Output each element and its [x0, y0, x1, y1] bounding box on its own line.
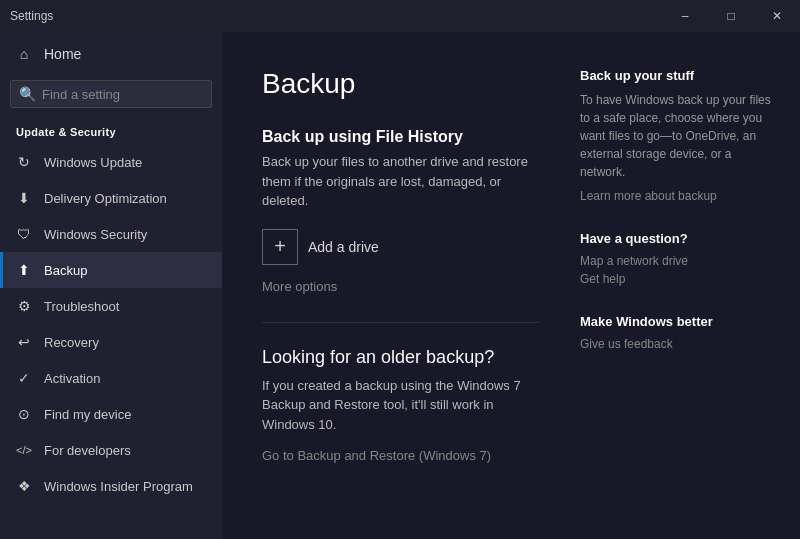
sidebar-item-label: Activation [44, 371, 100, 386]
home-icon: ⌂ [16, 46, 32, 62]
right-panel: Back up your stuff To have Windows back … [580, 32, 800, 539]
for-developers-icon: </> [16, 442, 32, 458]
sidebar-item-for-developers[interactable]: </> For developers [0, 432, 222, 468]
sidebar-item-label: For developers [44, 443, 131, 458]
go-to-backup-link[interactable]: Go to Backup and Restore (Windows 7) [262, 448, 491, 463]
file-history-title: Back up using File History [262, 128, 540, 146]
right-section-1-desc: To have Windows back up your files to a … [580, 91, 776, 181]
close-button[interactable]: ✕ [754, 0, 800, 32]
sidebar-section-label: Update & Security [0, 118, 222, 144]
older-backup-title: Looking for an older backup? [262, 347, 540, 368]
map-network-drive-link[interactable]: Map a network drive [580, 254, 776, 268]
right-section-make-windows-better: Make Windows better Give us feedback [580, 314, 776, 355]
sidebar-item-find-my-device[interactable]: ⊙ Find my device [0, 396, 222, 432]
search-input[interactable] [42, 87, 203, 102]
more-options-link[interactable]: More options [262, 279, 337, 294]
add-drive-label: Add a drive [308, 239, 379, 255]
search-icon: 🔍 [19, 86, 36, 102]
add-drive-button[interactable]: + Add a drive [262, 229, 540, 265]
older-backup-section: Looking for an older backup? If you crea… [262, 322, 540, 465]
sidebar-item-troubleshoot[interactable]: ⚙ Troubleshoot [0, 288, 222, 324]
sidebar-item-windows-security[interactable]: 🛡 Windows Security [0, 216, 222, 252]
troubleshoot-icon: ⚙ [16, 298, 32, 314]
sidebar-home-label: Home [44, 46, 81, 62]
sidebar-item-label: Find my device [44, 407, 131, 422]
right-section-2-title: Have a question? [580, 231, 776, 246]
sidebar-item-delivery-optimization[interactable]: ⬇ Delivery Optimization [0, 180, 222, 216]
older-backup-desc: If you created a backup using the Window… [262, 376, 540, 435]
sidebar-item-label: Windows Security [44, 227, 147, 242]
windows-insider-icon: ❖ [16, 478, 32, 494]
sidebar-item-label: Delivery Optimization [44, 191, 167, 206]
file-history-desc: Back up your files to another drive and … [262, 152, 540, 211]
right-section-1-title: Back up your stuff [580, 68, 776, 83]
sidebar-item-activation[interactable]: ✓ Activation [0, 360, 222, 396]
right-section-3-title: Make Windows better [580, 314, 776, 329]
sidebar-item-label: Windows Update [44, 155, 142, 170]
right-section-back-up-stuff: Back up your stuff To have Windows back … [580, 68, 776, 207]
sidebar-item-windows-update[interactable]: ↻ Windows Update [0, 144, 222, 180]
minimize-button[interactable]: – [662, 0, 708, 32]
windows-update-icon: ↻ [16, 154, 32, 170]
sidebar-search-box[interactable]: 🔍 [10, 80, 212, 108]
sidebar-item-recovery[interactable]: ↩ Recovery [0, 324, 222, 360]
find-my-device-icon: ⊙ [16, 406, 32, 422]
recovery-icon: ↩ [16, 334, 32, 350]
add-drive-icon: + [262, 229, 298, 265]
app-body: ⌂ Home 🔍 Update & Security ↻ Windows Upd… [0, 32, 800, 539]
maximize-button[interactable]: □ [708, 0, 754, 32]
get-help-link[interactable]: Get help [580, 272, 776, 286]
sidebar: ⌂ Home 🔍 Update & Security ↻ Windows Upd… [0, 32, 222, 539]
give-feedback-link[interactable]: Give us feedback [580, 337, 776, 351]
page-title: Backup [262, 68, 540, 100]
titlebar-title: Settings [10, 9, 53, 23]
sidebar-item-backup[interactable]: ⬆ Backup [0, 252, 222, 288]
content-main: Backup Back up using File History Back u… [222, 32, 580, 539]
titlebar-controls: – □ ✕ [662, 0, 800, 32]
sidebar-item-home[interactable]: ⌂ Home [0, 32, 222, 76]
sidebar-item-label: Backup [44, 263, 87, 278]
backup-icon: ⬆ [16, 262, 32, 278]
content-area: Backup Back up using File History Back u… [222, 32, 800, 539]
learn-more-backup-link[interactable]: Learn more about backup [580, 189, 776, 203]
sidebar-item-label: Windows Insider Program [44, 479, 193, 494]
sidebar-item-label: Recovery [44, 335, 99, 350]
titlebar: Settings – □ ✕ [0, 0, 800, 32]
activation-icon: ✓ [16, 370, 32, 386]
windows-security-icon: 🛡 [16, 226, 32, 242]
delivery-optimization-icon: ⬇ [16, 190, 32, 206]
right-section-have-a-question: Have a question? Map a network drive Get… [580, 231, 776, 290]
sidebar-item-windows-insider[interactable]: ❖ Windows Insider Program [0, 468, 222, 504]
sidebar-item-label: Troubleshoot [44, 299, 119, 314]
